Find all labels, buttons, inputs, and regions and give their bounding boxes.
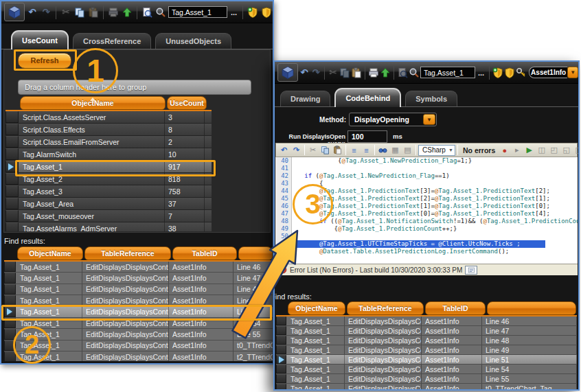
publish-icon[interactable] [380, 67, 391, 79]
table-row[interactable]: Tag.Asset_1EditDisplaysDisplaysContentsA… [276, 345, 577, 355]
column-header[interactable]: ObjectName [288, 301, 345, 315]
code-line[interactable]: 43 { [275, 180, 578, 187]
table-row[interactable]: Tag.Asset_2818 [5, 173, 212, 185]
row-selector[interactable] [5, 198, 19, 209]
column-header[interactable]: UseCount [167, 96, 207, 110]
row-selector[interactable] [276, 365, 286, 373]
row-selector[interactable] [4, 307, 16, 317]
window-icon[interactable]: ▤ [402, 144, 413, 156]
column-header[interactable] [487, 301, 576, 315]
table-row[interactable]: Tag.Asset_1EditDisplaysDisplaysContentsA… [4, 284, 273, 295]
copy-icon[interactable] [73, 6, 86, 19]
code-line[interactable]: 50 [275, 233, 578, 240]
table-row[interactable]: Tag.Asset_1EditDisplaysDisplaysContentsA… [4, 318, 273, 329]
copy-icon[interactable] [319, 144, 331, 156]
tab-unusedobjects[interactable]: UnusedObjects [155, 33, 231, 49]
group-by-hint[interactable]: Drag a column header here to group [18, 80, 251, 95]
table-row[interactable]: Tag.Asset_1EditDisplaysDisplaysContentsA… [276, 326, 577, 336]
row-selector[interactable] [5, 222, 19, 231]
security-icon[interactable] [260, 6, 273, 19]
find-icon[interactable] [377, 144, 389, 156]
method-dropdown[interactable]: DisplayOpening ▼ [349, 113, 437, 126]
error-list-toggle-icon[interactable] [465, 266, 477, 275]
row-selector[interactable] [5, 210, 19, 222]
chevron-down-icon[interactable]: ▼ [567, 67, 578, 78]
chevron-down-icon[interactable]: ▼ [423, 114, 435, 125]
code-line[interactable] [275, 255, 578, 263]
table-row[interactable]: Script.Class.AssetsServer3 [5, 111, 212, 124]
code-line[interactable]: 49 {@Tag.Asset_1.PredictionCount++;} [275, 225, 578, 233]
app-logo[interactable] [277, 63, 298, 82]
tab-codebehind[interactable]: CodeBehind [334, 88, 401, 107]
copy-icon[interactable] [339, 67, 350, 79]
preview-icon[interactable] [397, 67, 408, 79]
row-selector[interactable] [5, 185, 19, 197]
code-line[interactable]: 44 @Tag.Asset_1.PredictionText[3]=@Tag.A… [275, 187, 578, 195]
save-icon[interactable] [579, 67, 580, 79]
step-into-icon[interactable]: ◱ [560, 144, 572, 156]
table-row[interactable]: Tag.AssetAlarms_AdmServer38 [5, 222, 212, 231]
step-over-icon[interactable]: ◰ [548, 144, 560, 156]
column-header[interactable]: ObjectName [20, 96, 166, 110]
row-selector[interactable] [4, 295, 16, 305]
search-input[interactable] [168, 6, 227, 18]
row-selector[interactable] [276, 345, 286, 354]
code-line[interactable]: 48 if ((@Tag.Asset_1.NotificationSwitch!… [275, 218, 578, 225]
language-dropdown[interactable]: CSharp ▼ [418, 145, 455, 156]
row-selector[interactable] [276, 336, 286, 345]
undo-icon[interactable]: ↶ [278, 144, 290, 156]
record-icon[interactable]: ● [499, 144, 510, 156]
code-editor[interactable]: 40 {@Tag.Asset_1.NewPrediction_Flag=1;}4… [275, 157, 578, 264]
more-button[interactable]: ... [476, 69, 486, 77]
search-icon[interactable] [409, 67, 420, 79]
row-selector[interactable] [4, 273, 16, 283]
code-line[interactable]: 42 if (@Tag.Asset_1.NewPrediction_Flag==… [275, 172, 578, 180]
search-input[interactable] [420, 67, 475, 78]
table-row[interactable]: Tag.Asset_1EditDisplaysDisplaysContentsA… [4, 295, 273, 306]
more-button[interactable]: ... [229, 8, 239, 16]
table-row[interactable]: Tag.Asset_1EditDisplaysDisplaysContentsA… [276, 316, 577, 326]
column-header[interactable]: TableReference [84, 246, 171, 260]
security-add-icon[interactable] [247, 6, 259, 19]
code-line[interactable]: @Dataset.Table.Asset1PredictionLog.Inser… [275, 248, 578, 255]
row-selector[interactable] [5, 124, 19, 135]
tab-crossreference[interactable]: CrossReference [73, 33, 151, 49]
row-selector[interactable] [276, 355, 286, 364]
permissions-key-icon[interactable] [516, 67, 527, 79]
find-results-table-right[interactable]: ObjectNameTableReferenceTableIDTag.Asset… [276, 301, 577, 389]
breakpoint-icon[interactable]: ◫ [536, 144, 547, 156]
row-selector[interactable] [5, 111, 19, 123]
paste-icon[interactable] [332, 144, 343, 156]
print-icon[interactable] [368, 67, 379, 79]
paste-icon[interactable] [87, 6, 100, 19]
redo-icon[interactable]: ↷ [310, 67, 321, 79]
refresh-button[interactable]: Refresh [18, 53, 71, 69]
table-row[interactable]: Tag.Asset_1917 [5, 161, 212, 173]
preview-icon[interactable] [141, 6, 153, 19]
row-selector[interactable] [276, 326, 286, 335]
tab-symbols[interactable]: Symbols [405, 91, 457, 107]
table-row[interactable]: Tag.Asset_1EditDisplaysDisplaysContentsA… [4, 273, 273, 284]
undo-icon[interactable]: ↶ [26, 6, 38, 19]
code-line[interactable]: 47 @Tag.Asset_1.PredictionText[0]=@Tag.A… [275, 210, 578, 218]
column-header[interactable]: TableReference [347, 301, 424, 315]
table-row[interactable]: Tag.Asset_1EditDisplaysDisplaysContentsA… [4, 351, 273, 361]
row-selector[interactable] [4, 341, 16, 351]
usecount-table[interactable]: ObjectNameUseCountScript.Class.AssetsSer… [5, 96, 212, 231]
table-row[interactable]: Tag.Asset_1EditDisplaysDisplaysContentsA… [276, 374, 577, 384]
table-row[interactable]: Tag.Asset_Area37 [5, 198, 212, 210]
row-selector[interactable] [4, 262, 16, 272]
paste-icon[interactable] [351, 67, 362, 79]
column-header[interactable]: ObjectName [17, 246, 83, 260]
row-selector[interactable] [276, 384, 286, 389]
table-row[interactable]: Tag.Asset_1EditDisplaysDisplaysContentsA… [4, 341, 273, 351]
row-selector[interactable] [5, 173, 19, 185]
find-results-table-left[interactable]: ObjectNameTableReferenceTableIDTag.Asset… [4, 246, 273, 361]
step-out-icon[interactable]: ◲ [573, 144, 580, 156]
grid-icon[interactable]: ▦ [389, 144, 401, 156]
column-header[interactable]: TableID [425, 301, 486, 315]
code-line[interactable]: 40 {@Tag.Asset_1.NewPrediction_Flag=1;} [275, 157, 578, 165]
cut-icon[interactable]: ✂ [60, 6, 72, 19]
table-row[interactable]: Tag.Asset_1EditDisplaysDisplaysContentsA… [4, 262, 273, 273]
table-row[interactable]: Tag.AlarmSwitch10 [5, 148, 212, 161]
